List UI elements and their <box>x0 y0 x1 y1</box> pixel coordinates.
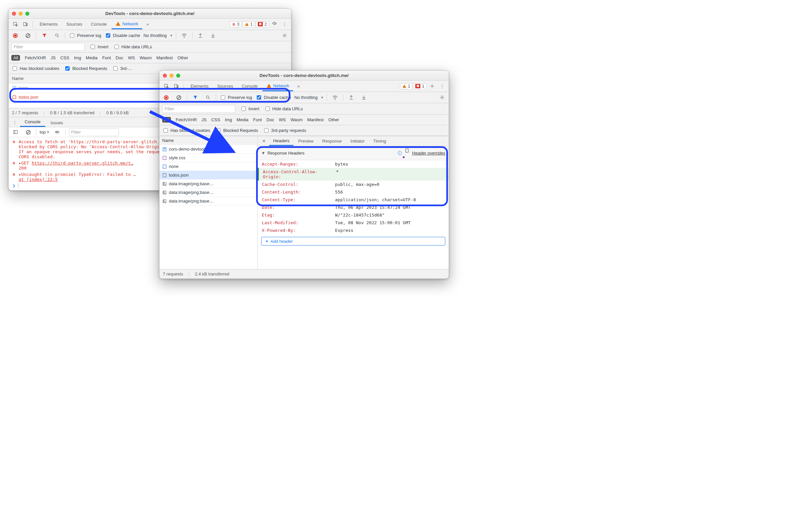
window-title: DevTools - cors-demo-devtools.glitch.me/ <box>12 11 288 16</box>
window-controls[interactable] <box>12 12 29 16</box>
zoom-dot[interactable] <box>25 12 29 16</box>
close-dot[interactable] <box>12 12 16 16</box>
minimize-dot[interactable] <box>19 12 23 16</box>
